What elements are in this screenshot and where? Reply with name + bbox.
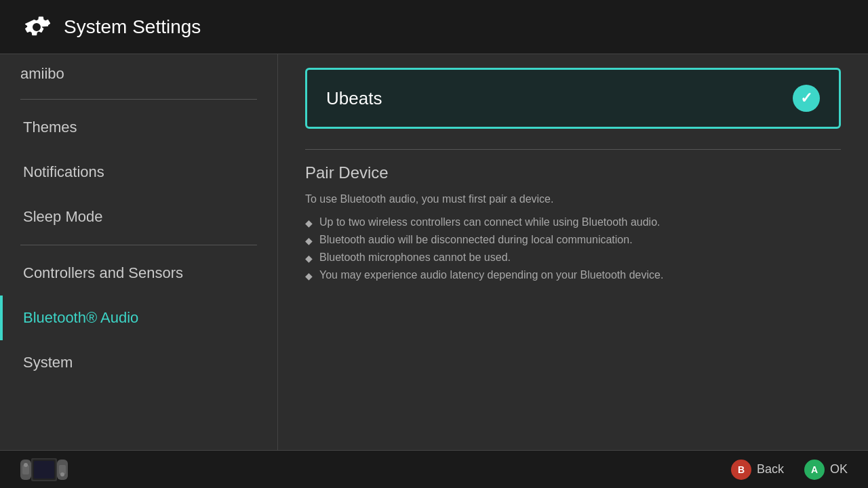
sidebar-divider-mid	[20, 245, 257, 245]
list-item: ◆ Bluetooth audio will be disconnected d…	[305, 234, 841, 246]
sidebar-item-notifications[interactable]: Notifications	[0, 150, 277, 195]
gear-icon	[20, 11, 53, 43]
footer-right: B Back A OK	[731, 460, 848, 480]
back-button[interactable]: B Back	[731, 460, 784, 480]
footer: B Back A OK	[0, 450, 868, 488]
diamond-icon: ◆	[305, 218, 313, 228]
header: System Settings	[0, 0, 868, 54]
diamond-icon: ◆	[305, 270, 313, 281]
list-item: ◆ You may experience audio latency depen…	[305, 269, 841, 281]
sidebar-item-bluetooth-audio[interactable]: Bluetooth® Audio	[0, 296, 277, 340]
sidebar-item-system[interactable]: System	[0, 340, 277, 385]
sidebar: amiibo Themes Notifications Sleep Mode C…	[0, 54, 278, 450]
ok-button[interactable]: A OK	[804, 460, 848, 480]
a-button-icon: A	[804, 460, 825, 480]
diamond-icon: ◆	[305, 235, 313, 246]
page-title: System Settings	[64, 16, 201, 38]
main-layout: amiibo Themes Notifications Sleep Mode C…	[0, 54, 868, 450]
list-item: ◆ Bluetooth microphones cannot be used.	[305, 251, 841, 264]
bullet-list: ◆ Up to two wireless controllers can con…	[305, 216, 841, 281]
sidebar-divider-top	[20, 99, 257, 100]
footer-left	[20, 458, 68, 481]
device-name: Ubeats	[326, 88, 382, 109]
svg-point-7	[24, 463, 28, 467]
console-icon	[20, 458, 68, 481]
sidebar-item-themes[interactable]: Themes	[0, 105, 277, 150]
b-button-icon: B	[731, 460, 751, 480]
svg-point-8	[60, 472, 64, 476]
device-card[interactable]: Ubeats	[305, 68, 841, 129]
pair-device-title: Pair Device	[305, 163, 841, 182]
sidebar-item-amiibo[interactable]: amiibo	[0, 54, 277, 94]
ok-label: OK	[830, 462, 848, 476]
pair-device-description: To use Bluetooth audio, you must first p…	[305, 193, 841, 205]
content-area: Ubeats Pair Device To use Bluetooth audi…	[278, 54, 868, 450]
selected-check-icon	[793, 85, 820, 112]
sidebar-item-sleep-mode[interactable]: Sleep Mode	[0, 195, 277, 239]
svg-rect-6	[34, 461, 54, 479]
sidebar-item-controllers-sensors[interactable]: Controllers and Sensors	[0, 251, 277, 296]
pair-device-divider	[305, 149, 841, 150]
diamond-icon: ◆	[305, 253, 313, 264]
list-item: ◆ Up to two wireless controllers can con…	[305, 216, 841, 228]
back-label: Back	[757, 462, 784, 476]
